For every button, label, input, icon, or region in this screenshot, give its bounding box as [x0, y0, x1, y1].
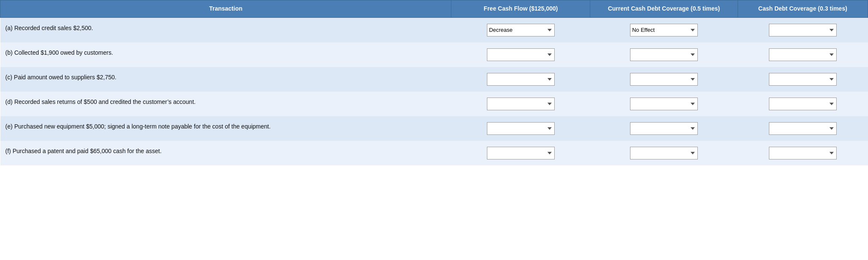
ccdc-cell-c: DecreaseIncreaseNo Effect — [590, 67, 738, 92]
ccdc-cell-a: DecreaseIncreaseNo Effect — [590, 17, 738, 42]
fcf-cell-a: DecreaseIncreaseNo Effect — [451, 17, 590, 42]
row-label-e: (e) — [6, 123, 13, 130]
cdc-dropdown-c[interactable]: DecreaseIncreaseNo Effect — [769, 73, 837, 86]
table-row-a: (a) Recorded credit sales $2,500.Decreas… — [0, 17, 868, 42]
ccdc-dropdown-f[interactable]: DecreaseIncreaseNo Effect — [630, 147, 698, 159]
header-cdc: Cash Debt Coverage (0.3 times) — [738, 0, 868, 18]
row-description-e: Purchased new equipment $5,000; signed a… — [14, 123, 271, 130]
fcf-dropdown-a[interactable]: DecreaseIncreaseNo Effect — [487, 24, 555, 36]
table-row-e: (e) Purchased new equipment $5,000; sign… — [0, 116, 868, 141]
transaction-cell-f: (f) Purchased a patent and paid $65,000 … — [0, 141, 451, 165]
fcf-dropdown-b[interactable]: DecreaseIncreaseNo Effect — [487, 48, 555, 61]
ccdc-cell-d: DecreaseIncreaseNo Effect — [590, 92, 738, 116]
fcf-dropdown-f[interactable]: DecreaseIncreaseNo Effect — [487, 147, 555, 159]
fcf-cell-d: DecreaseIncreaseNo Effect — [451, 92, 590, 116]
fcf-cell-f: DecreaseIncreaseNo Effect — [451, 141, 590, 165]
cdc-dropdown-e[interactable]: DecreaseIncreaseNo Effect — [769, 122, 837, 135]
cdc-cell-e: DecreaseIncreaseNo Effect — [738, 116, 868, 141]
row-description-b: Collected $1,900 owed by customers. — [14, 49, 113, 56]
transaction-cell-d: (d) Recorded sales returns of $500 and c… — [0, 92, 451, 116]
table-row-c: (c) Paid amount owed to suppliers $2,750… — [0, 67, 868, 92]
row-description-a: Recorded credit sales $2,500. — [14, 25, 93, 31]
ccdc-dropdown-e[interactable]: DecreaseIncreaseNo Effect — [630, 122, 698, 135]
header-ccdc: Current Cash Debt Coverage (0.5 times) — [590, 0, 738, 18]
row-description-c: Paid amount owed to suppliers $2,750. — [14, 74, 116, 81]
fcf-cell-e: DecreaseIncreaseNo Effect — [451, 116, 590, 141]
transaction-cell-c: (c) Paid amount owed to suppliers $2,750… — [0, 67, 451, 92]
cdc-dropdown-d[interactable]: DecreaseIncreaseNo Effect — [769, 98, 837, 110]
transaction-cell-b: (b) Collected $1,900 owed by customers. — [0, 42, 451, 67]
header-fcf: Free Cash Flow ($125,000) — [451, 0, 590, 18]
cdc-cell-f: DecreaseIncreaseNo Effect — [738, 141, 868, 165]
header-transaction: Transaction — [0, 0, 451, 18]
table-row-d: (d) Recorded sales returns of $500 and c… — [0, 92, 868, 116]
table-row-b: (b) Collected $1,900 owed by customers.D… — [0, 42, 868, 67]
row-label-a: (a) — [6, 25, 13, 31]
fcf-cell-b: DecreaseIncreaseNo Effect — [451, 42, 590, 67]
transaction-cell-a: (a) Recorded credit sales $2,500. — [0, 17, 451, 42]
ccdc-cell-e: DecreaseIncreaseNo Effect — [590, 116, 738, 141]
row-description-d: Recorded sales returns of $500 and credi… — [14, 98, 196, 105]
cdc-dropdown-b[interactable]: DecreaseIncreaseNo Effect — [769, 48, 837, 61]
cdc-dropdown-a[interactable]: DecreaseIncreaseNo Effect — [769, 24, 837, 36]
row-label-f: (f) — [6, 148, 11, 154]
ccdc-cell-b: DecreaseIncreaseNo Effect — [590, 42, 738, 67]
row-label-c: (c) — [6, 74, 12, 81]
ccdc-dropdown-d[interactable]: DecreaseIncreaseNo Effect — [630, 98, 698, 110]
cdc-dropdown-f[interactable]: DecreaseIncreaseNo Effect — [769, 147, 837, 159]
transaction-cell-e: (e) Purchased new equipment $5,000; sign… — [0, 116, 451, 141]
table-row-f: (f) Purchased a patent and paid $65,000 … — [0, 141, 868, 165]
fcf-dropdown-e[interactable]: DecreaseIncreaseNo Effect — [487, 122, 555, 135]
fcf-cell-c: DecreaseIncreaseNo Effect — [451, 67, 590, 92]
fcf-dropdown-c[interactable]: DecreaseIncreaseNo Effect — [487, 73, 555, 86]
cdc-cell-c: DecreaseIncreaseNo Effect — [738, 67, 868, 92]
row-label-b: (b) — [6, 49, 13, 56]
row-label-d: (d) — [6, 98, 13, 105]
ccdc-dropdown-b[interactable]: DecreaseIncreaseNo Effect — [630, 48, 698, 61]
cdc-cell-b: DecreaseIncreaseNo Effect — [738, 42, 868, 67]
ccdc-dropdown-a[interactable]: DecreaseIncreaseNo Effect — [630, 24, 698, 36]
ccdc-cell-f: DecreaseIncreaseNo Effect — [590, 141, 738, 165]
row-description-f: Purchased a patent and paid $65,000 cash… — [13, 148, 162, 154]
cdc-cell-d: DecreaseIncreaseNo Effect — [738, 92, 868, 116]
fcf-dropdown-d[interactable]: DecreaseIncreaseNo Effect — [487, 98, 555, 110]
ccdc-dropdown-c[interactable]: DecreaseIncreaseNo Effect — [630, 73, 698, 86]
cdc-cell-a: DecreaseIncreaseNo Effect — [738, 17, 868, 42]
